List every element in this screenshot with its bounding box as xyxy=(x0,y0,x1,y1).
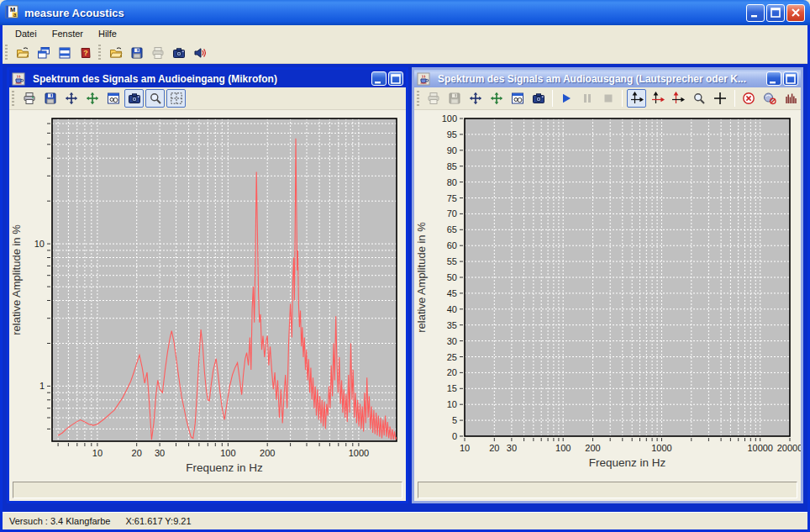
svg-text:relative Amplitude in %: relative Amplitude in % xyxy=(10,224,23,335)
menu-hilfe[interactable]: Hilfe xyxy=(91,27,124,40)
svg-text:10: 10 xyxy=(460,443,470,453)
open-folder-button[interactable] xyxy=(106,44,125,62)
stop-button[interactable] xyxy=(599,89,618,108)
cancel-red-button[interactable] xyxy=(739,89,759,108)
svg-text:100: 100 xyxy=(220,448,235,458)
toolbar-gripper[interactable] xyxy=(5,45,8,61)
magnifier-button[interactable] xyxy=(145,89,165,108)
output-window-title: Spektrum des Signals am Audioausgang (La… xyxy=(438,73,765,85)
move-arrows-green-button[interactable] xyxy=(82,89,102,108)
svg-text:10: 10 xyxy=(447,399,457,409)
plot-window-button[interactable] xyxy=(508,89,527,108)
svg-text:20: 20 xyxy=(132,448,142,458)
plot-window-button[interactable] xyxy=(103,89,123,108)
output-window-titlebar[interactable]: Spektrum des Signals am Audioausgang (La… xyxy=(414,70,801,87)
camera-button[interactable] xyxy=(124,89,144,108)
output-spectrum-chart[interactable]: 1020301002001000100002000005101520253035… xyxy=(414,110,801,477)
move-arrows-green-icon xyxy=(86,92,99,105)
output-maximize-button[interactable] xyxy=(783,71,798,86)
svg-text:65: 65 xyxy=(447,224,457,234)
move-arrows-green-icon xyxy=(490,92,503,105)
svg-text:75: 75 xyxy=(447,193,457,203)
svg-text:200: 200 xyxy=(260,448,275,458)
move-arrows-dark-icon xyxy=(65,92,78,105)
comb-spectrum-icon xyxy=(784,92,797,105)
crosshair-plus-button[interactable] xyxy=(711,89,730,108)
axes-x-red-icon xyxy=(651,92,665,105)
magnifier-button[interactable] xyxy=(690,89,709,108)
open-folder-icon xyxy=(16,46,29,60)
comb-spectrum-button[interactable] xyxy=(781,89,800,108)
input-maximize-button[interactable] xyxy=(388,71,403,86)
pause-button[interactable] xyxy=(578,89,597,108)
input-spectrum-chart[interactable]: 1020301002001000110Frequenz in Hzrelativ… xyxy=(9,110,406,477)
play-button[interactable] xyxy=(557,89,576,108)
axes-y-red-button[interactable] xyxy=(669,89,688,108)
move-arrows-dark-button[interactable] xyxy=(466,89,486,108)
magnifier-icon xyxy=(149,92,162,105)
input-window-content: 1020301002001000110Frequenz in Hzrelativ… xyxy=(9,110,406,501)
window-controls xyxy=(746,4,805,22)
save-button[interactable] xyxy=(127,44,146,62)
svg-text:40: 40 xyxy=(447,304,457,314)
output-window-statusbar xyxy=(418,482,797,498)
ball-no-button[interactable] xyxy=(760,89,779,108)
toolbar-separator xyxy=(622,90,623,107)
tile-windows-icon xyxy=(58,46,71,60)
output-minimize-button[interactable] xyxy=(766,71,781,86)
svg-text:1: 1 xyxy=(39,381,45,391)
open-folder-button[interactable] xyxy=(13,44,32,62)
toolbar-gripper[interactable] xyxy=(417,91,419,107)
output-window-toolbar xyxy=(414,87,801,110)
save-icon xyxy=(44,92,57,105)
move-arrows-green-button[interactable] xyxy=(487,89,506,108)
svg-text:90: 90 xyxy=(447,145,457,155)
svg-text:?: ? xyxy=(83,49,88,57)
move-arrows-dark-button[interactable] xyxy=(61,89,81,108)
input-minimize-button[interactable] xyxy=(371,71,387,86)
toolbar-gripper[interactable] xyxy=(12,91,14,107)
menu-bar: Datei Fenster Hilfe xyxy=(3,25,807,42)
close-button[interactable] xyxy=(786,4,805,22)
print-button[interactable] xyxy=(19,89,39,108)
camera-button[interactable] xyxy=(529,89,548,108)
toolbar-gripper[interactable] xyxy=(98,45,101,61)
camera-icon xyxy=(128,92,141,105)
input-window-statusbar xyxy=(13,482,402,498)
cascade-windows-button[interactable] xyxy=(34,44,53,62)
axes-x-red-button[interactable] xyxy=(648,89,667,108)
java-icon xyxy=(417,72,430,86)
open-folder-icon xyxy=(109,46,123,60)
svg-text:30: 30 xyxy=(155,448,165,458)
tile-windows-button[interactable] xyxy=(55,44,74,62)
svg-text:5: 5 xyxy=(452,415,457,425)
help-book-button[interactable]: ? xyxy=(76,44,95,62)
print-button[interactable] xyxy=(424,89,444,108)
svg-text:45: 45 xyxy=(447,288,457,298)
title-bar[interactable]: Ma measure Acoustics xyxy=(0,0,810,25)
speaker-button[interactable] xyxy=(190,44,209,62)
speaker-icon xyxy=(193,46,207,60)
svg-text:50: 50 xyxy=(447,272,457,282)
svg-text:35: 35 xyxy=(447,320,457,330)
menu-datei[interactable]: Datei xyxy=(8,27,45,40)
camera-button[interactable] xyxy=(169,44,188,62)
minimize-button[interactable] xyxy=(746,4,765,22)
status-bar: Versuch : 3.4 Klangfarbe X:61.617 Y:9.21 xyxy=(3,512,807,529)
svg-text:Frequenz in Hz: Frequenz in Hz xyxy=(589,456,666,469)
crosshair-dashed-button[interactable] xyxy=(166,89,186,108)
save-button[interactable] xyxy=(445,89,465,108)
output-window-content: 1020301002001000100002000005101520253035… xyxy=(414,110,801,501)
svg-text:30: 30 xyxy=(447,336,457,346)
java-icon xyxy=(12,72,25,86)
maximize-button[interactable] xyxy=(766,4,785,22)
window-border-left xyxy=(0,25,3,532)
input-window-titlebar[interactable]: Spektrum des Signals am Audioeingang (Mi… xyxy=(9,70,406,87)
axes-auto-button[interactable] xyxy=(627,89,646,108)
menu-fenster[interactable]: Fenster xyxy=(45,27,91,40)
magnifier-icon xyxy=(692,92,706,105)
camera-icon xyxy=(172,46,186,60)
save-button[interactable] xyxy=(40,89,60,108)
axes-auto-icon xyxy=(630,92,644,105)
print-button[interactable] xyxy=(148,44,167,62)
